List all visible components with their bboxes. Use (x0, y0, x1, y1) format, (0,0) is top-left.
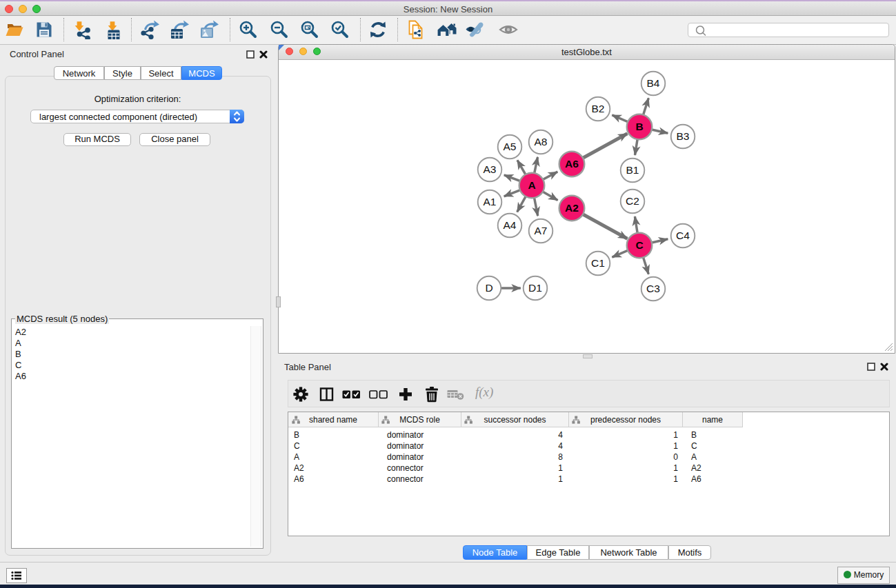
svg-text:A7: A7 (535, 225, 548, 236)
svg-text:A5: A5 (504, 141, 517, 152)
svg-text:D: D (485, 282, 492, 294)
svg-text:A8: A8 (535, 136, 548, 148)
svg-text:A6: A6 (565, 158, 579, 170)
svg-text:B3: B3 (677, 130, 690, 142)
svg-text:B: B (635, 121, 643, 132)
svg-text:C: C (635, 239, 643, 251)
svg-text:A3: A3 (484, 163, 497, 175)
svg-text:B2: B2 (592, 103, 605, 114)
svg-text:D1: D1 (528, 282, 542, 294)
svg-text:C3: C3 (646, 283, 660, 294)
svg-text:B4: B4 (647, 77, 660, 89)
svg-text:A: A (528, 179, 535, 191)
svg-text:A1: A1 (484, 196, 497, 207)
svg-text:A4: A4 (504, 219, 517, 231)
svg-text:B1: B1 (626, 164, 639, 176)
svg-text:C1: C1 (591, 257, 605, 269)
svg-text:C4: C4 (676, 230, 690, 241)
svg-text:C2: C2 (626, 195, 639, 207)
svg-text:A2: A2 (565, 202, 579, 214)
